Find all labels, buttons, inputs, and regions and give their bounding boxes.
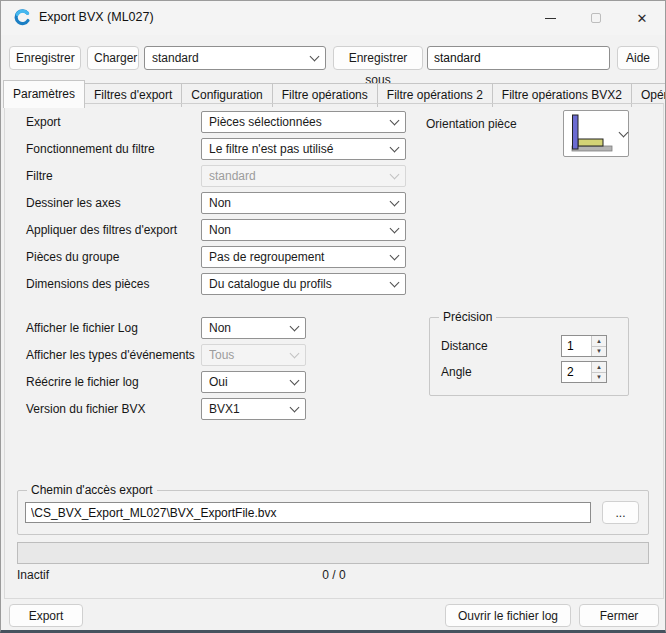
- distance-stepper[interactable]: ▲ ▼: [561, 335, 607, 357]
- angle-label: Angle: [441, 361, 472, 383]
- draw-axes-select[interactable]: Non: [201, 192, 406, 214]
- bvx-version-label: Version du fichier BVX: [26, 398, 145, 420]
- export-label: Export: [26, 111, 61, 133]
- close-icon: ✕: [637, 12, 648, 25]
- rewrite-log-label: Réécrire le fichier log: [26, 371, 139, 393]
- app-logo-icon: [14, 9, 31, 26]
- filter-mode-label: Fonctionnement du filtre: [26, 138, 155, 160]
- draw-axes-select-value: Non: [209, 196, 391, 210]
- distance-input[interactable]: [562, 336, 591, 356]
- close-dialog-button[interactable]: Fermer: [579, 604, 659, 627]
- rewrite-log-select-value: Oui: [209, 375, 291, 389]
- orientation-select[interactable]: [563, 110, 629, 157]
- part-dimensions-select-value: Du catalogue du profils: [209, 277, 391, 291]
- apply-export-filters-select-value: Non: [209, 223, 391, 237]
- filter-label: Filtre: [26, 165, 53, 187]
- chevron-down-icon: [290, 376, 300, 386]
- group-parts-select-value: Pas de regroupement: [209, 250, 391, 264]
- part-dimensions-label: Dimensions des pièces: [26, 273, 149, 295]
- chevron-down-icon: [619, 127, 629, 137]
- chevron-down-icon: [390, 170, 400, 180]
- preset-select[interactable]: standard: [144, 46, 326, 70]
- open-log-button[interactable]: Ouvrir le fichier log: [445, 604, 571, 627]
- apply-export-filters-label: Appliquer des filtres d'export: [26, 219, 177, 241]
- chevron-down-icon: [310, 52, 320, 62]
- distance-label: Distance: [441, 335, 488, 357]
- rewrite-log-select[interactable]: Oui: [201, 371, 306, 393]
- browse-button[interactable]: ...: [602, 501, 639, 524]
- filter-select-value: standard: [209, 169, 391, 183]
- chevron-down-icon: [390, 278, 400, 288]
- spin-down-icon[interactable]: ▼: [592, 347, 606, 357]
- event-types-label: Afficher les types d'événements: [26, 344, 195, 366]
- part-dimensions-select[interactable]: Du catalogue du profils: [201, 273, 406, 295]
- event-types-select: Tous: [201, 344, 306, 366]
- chevron-down-icon: [290, 403, 300, 413]
- save-as-button[interactable]: Enregistrer sous: [333, 46, 423, 70]
- chevron-down-icon: [390, 143, 400, 153]
- export-path-input[interactable]: [25, 502, 591, 523]
- precision-group-title: Précision: [439, 310, 496, 324]
- export-select-value: Pièces sélectionnées: [209, 115, 391, 129]
- show-log-select-value: Non: [209, 321, 291, 335]
- chevron-down-icon: [290, 349, 300, 359]
- load-button[interactable]: Charger: [87, 46, 139, 70]
- maximize-icon: [591, 13, 601, 23]
- show-log-select[interactable]: Non: [201, 317, 306, 339]
- group-parts-select[interactable]: Pas de regroupement: [201, 246, 406, 268]
- group-parts-label: Pièces du groupe: [26, 246, 119, 268]
- profile-orientation-icon: [568, 113, 616, 154]
- chevron-down-icon: [390, 224, 400, 234]
- maximize-button: [573, 1, 619, 35]
- angle-stepper[interactable]: ▲ ▼: [561, 361, 607, 383]
- angle-input[interactable]: [562, 362, 591, 382]
- export-button[interactable]: Export: [9, 604, 83, 627]
- minimize-button[interactable]: [527, 1, 573, 35]
- draw-axes-label: Dessiner les axes: [26, 192, 121, 214]
- export-select[interactable]: Pièces sélectionnées: [201, 111, 406, 133]
- export-path-group-title: Chemin d'accès export: [27, 483, 157, 497]
- status-text: Inactif: [17, 568, 49, 583]
- event-types-select-value: Tous: [209, 348, 291, 362]
- export-bvx-dialog: Export BVX (ML027) ✕ Enregistrer Charger…: [0, 0, 666, 633]
- save-button[interactable]: Enregistrer: [9, 46, 81, 70]
- apply-export-filters-select[interactable]: Non: [201, 219, 406, 241]
- progress-bar: [17, 542, 649, 564]
- preset-name-input[interactable]: [427, 46, 610, 70]
- titlebar: Export BVX (ML027) ✕: [1, 1, 665, 35]
- bvx-version-select[interactable]: BVX1: [201, 398, 306, 420]
- minimize-icon: [545, 18, 556, 19]
- help-button[interactable]: Aide: [617, 46, 659, 70]
- chevron-down-icon: [390, 251, 400, 261]
- filter-mode-select-value: Le filtre n'est pas utilisé: [209, 142, 391, 156]
- preset-select-value: standard: [152, 51, 311, 65]
- orientation-label: Orientation pièce: [426, 113, 517, 135]
- chevron-down-icon: [390, 197, 400, 207]
- show-log-label: Afficher le fichier Log: [26, 317, 138, 339]
- chevron-down-icon: [290, 322, 300, 332]
- chevron-down-icon: [390, 116, 400, 126]
- filter-mode-select[interactable]: Le filtre n'est pas utilisé: [201, 138, 406, 160]
- spin-up-icon[interactable]: ▲: [592, 336, 606, 347]
- close-button[interactable]: ✕: [619, 1, 665, 35]
- tab-parametres[interactable]: Paramètres: [3, 80, 85, 108]
- bvx-version-select-value: BVX1: [209, 402, 291, 416]
- spin-up-icon[interactable]: ▲: [592, 362, 606, 373]
- window-title: Export BVX (ML027): [39, 10, 154, 24]
- spin-down-icon[interactable]: ▼: [592, 373, 606, 383]
- filter-select: standard: [201, 165, 406, 187]
